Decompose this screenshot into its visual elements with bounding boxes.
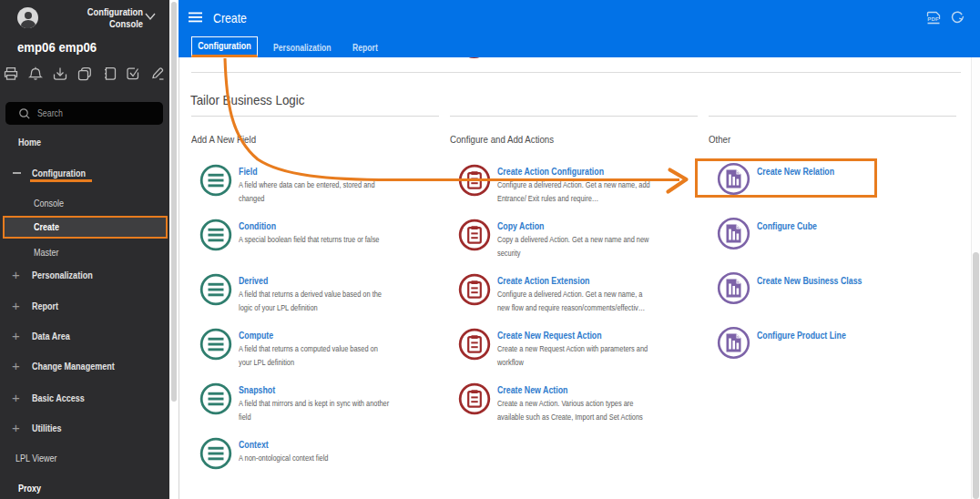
svg-text:PDF: PDF [927,16,939,22]
